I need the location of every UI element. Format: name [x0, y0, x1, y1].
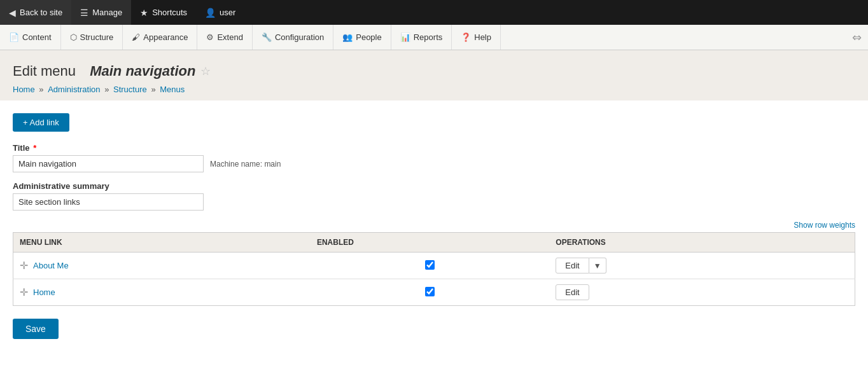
reports-icon: 📊 [400, 32, 410, 42]
nav-people[interactable]: 👥 People [333, 25, 391, 50]
table-row: ✛ About Me Edit ▼ [13, 253, 855, 279]
nav-appearance[interactable]: 🖌 Appearance [123, 25, 197, 50]
user-label: user [220, 8, 235, 17]
nav-toggle[interactable]: ⇔ [846, 25, 868, 50]
extend-icon: ⚙ [206, 32, 214, 42]
favorite-star-icon[interactable]: ☆ [200, 64, 211, 78]
title-input-row: Machine name: main [13, 155, 855, 172]
title-label: Title * [13, 143, 855, 153]
nav-structure-label: Structure [80, 32, 114, 42]
show-row-weights-link[interactable]: Show row weights [794, 218, 855, 232]
nav-help-label: Help [474, 32, 491, 42]
content-icon: 📄 [9, 32, 19, 42]
admin-summary-label: Administrative summary [13, 181, 855, 191]
menu-links-table: MENU LINK ENABLED OPERATIONS ✛ About Me [13, 232, 855, 306]
drag-handle-about-me[interactable]: ✛ [20, 260, 28, 272]
breadcrumb-structure[interactable]: Structure [113, 85, 147, 94]
admin-summary-input[interactable] [13, 193, 204, 211]
nav-extend[interactable]: ⚙ Extend [197, 25, 252, 50]
nav-content[interactable]: 📄 Content [0, 25, 61, 50]
enabled-cell-home [311, 279, 549, 306]
breadcrumb-administration[interactable]: Administration [48, 85, 100, 94]
admin-bar: ◀ Back to site ☰ Manage ★ Shortcuts 👤 us… [0, 0, 868, 25]
operations-cell-home: Edit [549, 279, 855, 306]
page-title: Edit menu Main navigation ☆ [13, 63, 855, 80]
shortcuts-label: Shortcuts [152, 8, 187, 17]
breadcrumb-menus[interactable]: Menus [160, 85, 185, 94]
main-form-area: + Add link Title * Machine name: main Ad… [0, 100, 868, 352]
nav-structure[interactable]: ⬡ Structure [61, 25, 123, 50]
title-prefix: Edit menu [13, 63, 76, 80]
nav-configuration[interactable]: 🔧 Configuration [253, 25, 333, 50]
col-enabled: ENABLED [311, 233, 549, 253]
nav-reports[interactable]: 📊 Reports [391, 25, 452, 50]
enabled-checkbox-about-me[interactable] [425, 260, 435, 270]
appearance-icon: 🖌 [132, 32, 140, 42]
breadcrumb-sep3: » [151, 85, 158, 94]
breadcrumb-sep2: » [104, 85, 111, 94]
nav-help[interactable]: ❓ Help [452, 25, 501, 50]
page-header: Edit menu Main navigation ☆ Home » Admin… [0, 50, 868, 100]
enabled-checkbox-home[interactable] [425, 287, 435, 296]
shortcuts-link[interactable]: ★ Shortcuts [131, 0, 196, 25]
nav-extend-label: Extend [217, 32, 242, 42]
edit-btn-group-about-me: Edit ▼ [556, 258, 606, 274]
configuration-icon: 🔧 [262, 32, 272, 42]
operations-cell-about-me: Edit ▼ [549, 253, 855, 279]
manage-label: Manage [92, 8, 122, 17]
add-link-label: + Add link [23, 118, 59, 127]
col-menu-link: MENU LINK [13, 233, 311, 253]
shortcuts-icon: ★ [140, 8, 148, 18]
edit-dropdown-about-me[interactable]: ▼ [589, 258, 606, 274]
nav-people-label: People [356, 32, 381, 42]
user-icon: 👤 [205, 8, 216, 18]
table-header-row: MENU LINK ENABLED OPERATIONS [13, 233, 855, 253]
nav-appearance-label: Appearance [143, 32, 188, 42]
save-button[interactable]: Save [13, 319, 59, 339]
required-indicator: * [33, 143, 36, 153]
enabled-cell-about-me [311, 253, 549, 279]
people-icon: 👥 [342, 32, 353, 42]
table-row: ✛ Home Edit [13, 279, 855, 306]
breadcrumb-sep1: » [39, 85, 46, 94]
nav-content-label: Content [22, 32, 52, 42]
drag-handle-home[interactable]: ✛ [20, 286, 28, 298]
manage-icon: ☰ [80, 8, 88, 18]
secondary-nav: 📄 Content ⬡ Structure 🖌 Appearance ⚙ Ext… [0, 25, 868, 50]
title-name: Main navigation [90, 63, 195, 80]
nav-configuration-label: Configuration [275, 32, 324, 42]
help-icon: ❓ [461, 32, 471, 42]
title-field-group: Title * Machine name: main [13, 143, 855, 172]
title-input[interactable] [13, 155, 204, 172]
structure-icon: ⬡ [70, 32, 77, 42]
title-label-text: Title [13, 143, 30, 153]
about-me-link[interactable]: About Me [33, 261, 69, 270]
breadcrumb-home[interactable]: Home [13, 85, 35, 94]
menu-link-cell-about-me: ✛ About Me [13, 253, 311, 279]
edit-button-home[interactable]: Edit [556, 284, 589, 300]
breadcrumb: Home » Administration » Structure » Menu… [13, 85, 855, 94]
col-operations: OPERATIONS [549, 233, 855, 253]
menu-link-cell-home: ✛ Home [13, 279, 311, 306]
machine-name-hint: Machine name: main [210, 160, 281, 169]
user-link[interactable]: 👤 user [196, 0, 244, 25]
nav-reports-label: Reports [414, 32, 443, 42]
back-to-site-label: Back to site [20, 8, 62, 17]
back-arrow-icon: ◀ [9, 8, 16, 18]
home-link[interactable]: Home [33, 287, 55, 297]
back-to-site-link[interactable]: ◀ Back to site [0, 0, 71, 25]
edit-button-about-me[interactable]: Edit [556, 258, 589, 274]
add-link-button[interactable]: + Add link [13, 113, 69, 132]
admin-summary-field-group: Administrative summary [13, 181, 855, 211]
manage-link[interactable]: ☰ Manage [71, 0, 131, 25]
